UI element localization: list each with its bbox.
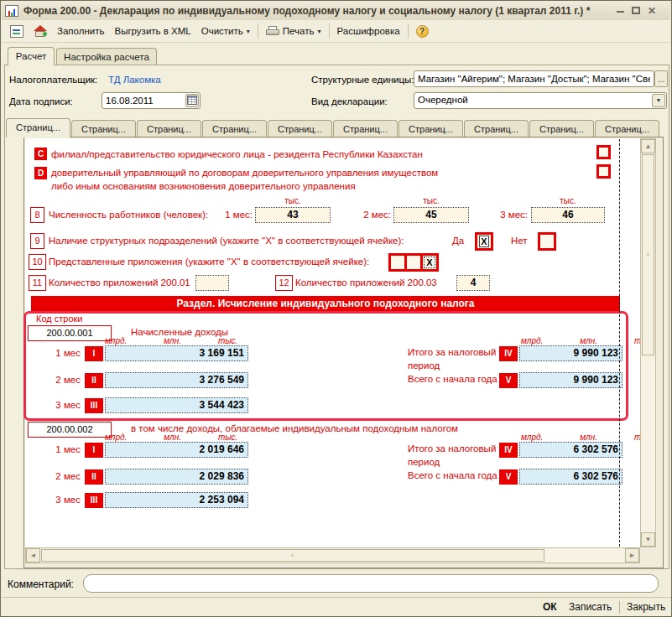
row9-yes-label: Да (452, 236, 464, 246)
row10-cell-3[interactable]: X (423, 256, 436, 269)
block1-m1-field[interactable]: 3 169 151 (105, 345, 248, 361)
page-tab-7[interactable]: Страниц... (399, 120, 463, 137)
scroll-down-button[interactable]: ▼ (641, 532, 655, 547)
taxpayer-link[interactable]: ТД Лакомка (108, 75, 161, 85)
block2-unit-header-right: млрд. млн. тыс. (521, 433, 654, 442)
maximize-icon (632, 7, 640, 14)
row9-yes-checkbox[interactable]: X (475, 232, 493, 251)
export-xml-button[interactable]: Выгрузить в XML (109, 23, 195, 39)
block2-m1-field[interactable]: 2 019 646 (105, 442, 248, 458)
page-tab-label: Страниц... (16, 122, 60, 132)
clear-label: Очистить (201, 26, 243, 36)
block2-total-field[interactable]: 6 302 576 (519, 442, 623, 458)
page-tab-8[interactable]: Страниц... (464, 120, 529, 137)
declaration-type-value: Очередной (418, 95, 468, 105)
row8-m1-field[interactable]: 43 (255, 207, 331, 223)
roman-badge: IV (499, 443, 518, 458)
close-button[interactable]: ✕ (645, 5, 659, 18)
tab-calc[interactable]: Расчет (8, 47, 55, 65)
save-button[interactable]: Записать (565, 599, 615, 614)
help-button[interactable]: ? (411, 23, 434, 40)
row-d-label-line1: доверительный управляющий по договорам д… (51, 168, 438, 178)
decrypt-label: Расшифровка (337, 26, 400, 36)
combo-dropdown-button[interactable]: ▼ (652, 94, 665, 107)
row-c-checkbox[interactable] (596, 145, 611, 159)
units-input[interactable] (414, 70, 654, 87)
minimize-icon (617, 10, 624, 13)
fill-button[interactable]: Заполнить (52, 23, 109, 39)
page-tab-5[interactable]: Страниц... (268, 120, 332, 137)
row9-number: 9 (30, 233, 44, 249)
thumb-grip (291, 554, 294, 557)
clear-button[interactable]: Очистить ▾ (196, 23, 255, 39)
block2-m3-field[interactable]: 2 253 094 (105, 492, 248, 508)
scroll-right-button[interactable]: ► (625, 548, 639, 563)
app-window: Форма 200.00 - Декларация по индивидуаль… (0, 0, 672, 617)
declaration-type-combo[interactable]: Очередной (414, 92, 667, 109)
block1-ytd-field[interactable]: 9 990 123 (519, 372, 623, 388)
page-tab-1[interactable]: Страниц... (6, 118, 70, 137)
roman-badge: I (85, 443, 103, 458)
ok-button[interactable]: ОК (539, 599, 560, 614)
block1-m3-field[interactable]: 3 544 423 (105, 397, 248, 413)
block2-unit-header-left: млрд. млн. тыс. (105, 433, 237, 442)
month-label: 1 мес (34, 444, 81, 454)
row9-no-label: Нет (511, 236, 528, 246)
row9-no-checkbox[interactable] (538, 232, 556, 251)
block2-m2-field[interactable]: 2 029 836 (105, 469, 248, 485)
help-icon: ? (416, 25, 429, 38)
horizontal-scroll-thumb[interactable] (41, 549, 544, 562)
page-tab-3[interactable]: Страниц... (137, 120, 201, 137)
page-tab-2[interactable]: Страниц... (71, 120, 136, 137)
code-column-header: Код строки (36, 314, 83, 324)
total-label: Итого за налоговый (408, 443, 496, 454)
row11-field[interactable] (195, 275, 229, 291)
row10-number: 10 (29, 254, 46, 270)
close-window-button[interactable]: Закрыть (623, 599, 669, 614)
export-xml-label: Выгрузить в XML (114, 26, 190, 36)
maximize-button[interactable] (629, 5, 643, 18)
page-tab-9[interactable]: Страниц... (529, 120, 594, 137)
block2-ytd-field[interactable]: 6 302 576 (519, 469, 623, 485)
units-ellipsis-button[interactable]: ... (654, 70, 668, 87)
scroll-left-button[interactable]: ◄ (26, 548, 40, 563)
declaration-type-label: Вид декларации: (311, 96, 388, 106)
row8-m2-field[interactable]: 45 (393, 207, 469, 223)
section-header: Раздел. Исчисление индивидуального подох… (31, 296, 620, 312)
thumb-grip (647, 253, 649, 256)
vertical-scrollbar[interactable]: ▲ ▼ (640, 138, 656, 547)
row8-m3-field[interactable]: 46 (531, 207, 605, 223)
restore-values-icon-button[interactable] (29, 23, 52, 39)
row-c-label: филиал/представительство юридического ли… (51, 149, 423, 159)
print-button[interactable]: Печать ▾ (261, 23, 326, 39)
row8-unit-3: тыс. (531, 196, 605, 205)
row11-number: 11 (29, 275, 46, 291)
page-tab-label: Страниц... (474, 124, 518, 134)
minimize-button[interactable] (613, 5, 627, 18)
write-object-icon-button[interactable] (5, 23, 29, 40)
row-d-badge: D (34, 167, 47, 179)
comment-input[interactable] (83, 574, 659, 593)
decrypt-button[interactable]: Расшифровка (332, 23, 405, 39)
page-tab-4[interactable]: Страниц... (202, 120, 267, 137)
chevron-down-icon: ▾ (247, 28, 250, 35)
row12-field[interactable]: 4 (456, 275, 490, 291)
row10-cell-2[interactable] (407, 256, 420, 269)
block1-m2-field[interactable]: 3 276 549 (105, 372, 248, 388)
calendar-button[interactable] (185, 94, 199, 107)
total-label-line2: период (408, 457, 440, 467)
row9-label: Наличие структурных подразделений (укажи… (49, 236, 404, 246)
row10-cell-group: X (388, 253, 439, 272)
page-tab-10[interactable]: Страниц... (595, 120, 659, 137)
sign-date-label: Дата подписи: (9, 96, 73, 106)
row-d-checkbox[interactable] (596, 164, 611, 179)
tab-settings[interactable]: Настройка расчета (56, 48, 157, 65)
scroll-up-button[interactable]: ▲ (641, 139, 655, 153)
vertical-scroll-thumb[interactable] (642, 154, 654, 355)
page-break-line (619, 139, 620, 547)
block1-total-field[interactable]: 9 990 123 (519, 345, 623, 361)
row10-cell-1[interactable] (391, 256, 404, 269)
units-label: Структурные единицы: (311, 75, 414, 85)
page-tab-6[interactable]: Страниц... (333, 120, 398, 137)
horizontal-scrollbar[interactable]: ◄ ► (25, 547, 640, 563)
